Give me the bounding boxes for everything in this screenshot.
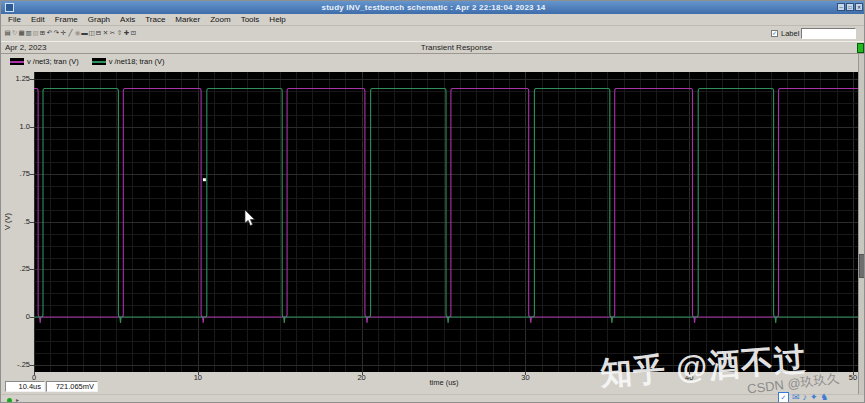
x-tick-mark: [853, 372, 854, 375]
watermark-icon-3: ♪: [803, 392, 808, 403]
y-tick-mark: [30, 222, 34, 223]
delete-icon[interactable]: ✕: [102, 27, 109, 39]
next-view-icon[interactable]: ↷: [53, 27, 60, 39]
overlay-mode-icon[interactable]: ▧: [32, 27, 39, 39]
legend-swatch-icon: [92, 58, 106, 65]
y-tick-mark: [30, 174, 34, 175]
window-icon: [5, 3, 14, 12]
label-checkbox-text: Label: [781, 29, 799, 38]
crosshair-icon[interactable]: ✚: [123, 27, 130, 39]
menu-edit[interactable]: Edit: [26, 14, 50, 26]
strip-chart-icon[interactable]: ▥: [25, 27, 32, 39]
waveform-canvas[interactable]: [34, 72, 858, 372]
y-tick-label: .25: [1, 264, 30, 273]
y-tick-mark: [30, 269, 34, 270]
y-axis-title: V (V): [3, 207, 12, 237]
eye-trace-icon[interactable]: ◉: [74, 27, 81, 39]
marker-a-icon[interactable]: ▬: [81, 27, 88, 39]
x-tick-mark: [689, 372, 690, 375]
maximize-button[interactable]: □: [846, 3, 854, 11]
legend-bar: v /net3; tran (V)v /net18; tran (V): [1, 54, 858, 69]
x-tick-mark: [198, 372, 199, 375]
trace-net18tranV[interactable]: [34, 89, 858, 324]
x-tick-mark: [362, 372, 363, 375]
y-tick-label: .75: [1, 169, 30, 178]
y-tick-label: 0: [1, 312, 30, 321]
menu-frame[interactable]: Frame: [50, 14, 83, 26]
previous-view-icon[interactable]: ↶: [46, 27, 53, 39]
watermark-icon-2: ✉: [792, 392, 800, 403]
x-tick-mark: [34, 372, 35, 375]
x-axis-title: time (us): [419, 378, 469, 387]
legend-swatch-icon: [10, 58, 24, 65]
y-tick-label: -.25: [1, 360, 30, 369]
grid-mode-icon[interactable]: ▦: [18, 27, 25, 39]
new-subwindow-icon[interactable]: ⊞: [39, 27, 46, 39]
y-tick-mark: [30, 365, 34, 366]
zoom-up-icon[interactable]: ⇧: [116, 27, 123, 39]
cut-icon[interactable]: ✂: [109, 27, 116, 39]
y-tick-mark: [30, 79, 34, 80]
slash-icon[interactable]: ╱: [67, 27, 74, 39]
menu-bar: FileEditFrameGraphAxisTraceMarkerZoomToo…: [1, 14, 865, 26]
menu-axis[interactable]: Axis: [115, 14, 140, 26]
scrollbar-thumb[interactable]: [859, 254, 865, 278]
marker-b-icon[interactable]: ◫: [88, 27, 95, 39]
status-indicator: [857, 43, 864, 53]
run-status-dot-icon: [7, 398, 12, 403]
tool-bar: ▤↻▦▥▧⊞↶↷✛╱◉▬◫⊟✕✂⇧✚⊡ ✓ Label: [1, 26, 865, 42]
y-tick-mark: [30, 127, 34, 128]
legend-entry-2[interactable]: v /net18; tran (V): [92, 57, 165, 66]
legend-label: v /net18; tran (V): [109, 57, 165, 66]
close-button[interactable]: ✕: [855, 3, 863, 11]
toolbar-icon-row: ▤↻▦▥▧⊞↶↷✛╱◉▬◫⊟✕✂⇧✚⊡: [4, 27, 137, 39]
title-bar[interactable]: study INV_testbench schematic : Apr 2 22…: [1, 1, 865, 14]
menu-graph[interactable]: Graph: [83, 14, 115, 26]
trace-color-line: [92, 61, 106, 63]
zoom-box-icon[interactable]: ⊡: [130, 27, 137, 39]
menu-file[interactable]: File: [3, 14, 26, 26]
refresh-icon[interactable]: ↻: [11, 27, 18, 39]
legend-label: v /net3; tran (V): [27, 57, 79, 66]
watermark-icon-1: ✓: [778, 392, 789, 403]
minimize-button[interactable]: ─: [837, 3, 845, 11]
menu-marker[interactable]: Marker: [170, 14, 205, 26]
menu-zoom[interactable]: Zoom: [205, 14, 235, 26]
y-tick-mark: [30, 317, 34, 318]
label-group: ✓ Label: [771, 28, 856, 39]
pan-icon[interactable]: ✛: [60, 27, 67, 39]
plot-area[interactable]: [34, 72, 858, 372]
run-arrow-icon: ▸: [16, 395, 19, 403]
mouse-cursor-icon: [244, 210, 256, 228]
trace-color-line: [10, 61, 24, 63]
watermark-icon-5: ♞: [821, 392, 829, 403]
graph-title: Transient Response: [24, 43, 865, 52]
bottom-strip: ▸: [1, 394, 865, 403]
vertical-scrollbar[interactable]: [858, 54, 865, 394]
cursor-time-readout: 10.4us: [5, 381, 45, 392]
waveform-viewer-window: study INV_testbench schematic : Apr 2 22…: [0, 0, 865, 403]
menu-tools[interactable]: Tools: [236, 14, 265, 26]
menu-help[interactable]: Help: [264, 14, 290, 26]
legend-entry-1[interactable]: v /net3; tran (V): [10, 57, 79, 66]
watermark-icon-4: ✦: [810, 392, 818, 403]
copy-icon[interactable]: ⊟: [95, 27, 102, 39]
x-tick-mark: [525, 372, 526, 375]
cursor-point: [203, 178, 206, 181]
cursor-voltage-readout: 721.065mV: [46, 381, 98, 392]
y-tick-label: 1.25: [1, 74, 30, 83]
print-icon[interactable]: ▤: [4, 27, 11, 39]
window-title: study INV_testbench schematic : Apr 2 22…: [1, 1, 865, 14]
watermark-icon-row: ✓✉♪✦♞: [778, 392, 829, 403]
graph-header: Apr 2, 2023 Transient Response: [1, 41, 865, 54]
label-checkbox[interactable]: ✓: [771, 30, 778, 37]
menu-trace[interactable]: Trace: [140, 14, 170, 26]
y-tick-label: 1.0: [1, 122, 30, 131]
label-input[interactable]: [801, 28, 856, 39]
